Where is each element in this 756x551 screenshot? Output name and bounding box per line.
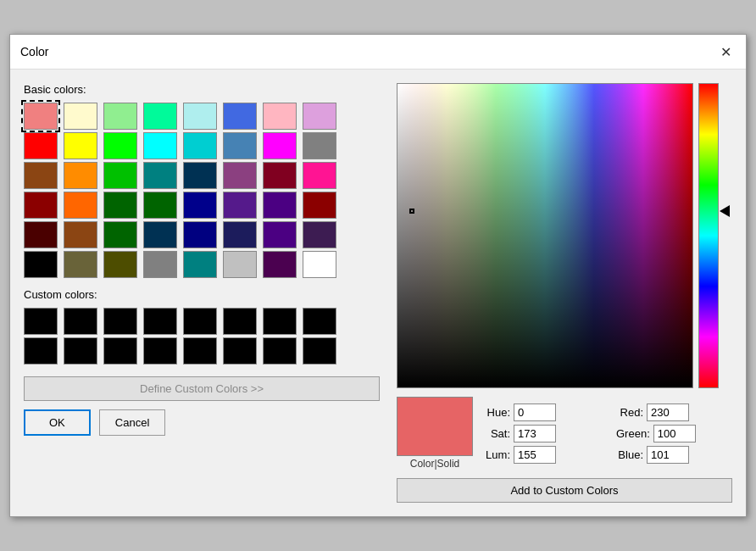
green-input[interactable] — [653, 425, 696, 442]
basic-swatch[interactable] — [64, 192, 97, 219]
bottom-buttons: OK Cancel — [24, 409, 380, 436]
custom-colors-label: Custom colors: — [24, 288, 380, 301]
lum-input[interactable] — [514, 446, 556, 464]
basic-swatch[interactable] — [143, 251, 177, 278]
lum-label: Lum: — [483, 448, 510, 461]
red-label: Red: — [616, 406, 643, 419]
hue-slider-bar — [699, 84, 718, 387]
custom-swatch[interactable] — [183, 337, 217, 365]
basic-swatch[interactable] — [223, 192, 257, 219]
basic-swatch[interactable] — [143, 192, 177, 219]
hue-label: Hue: — [483, 406, 510, 419]
custom-swatch[interactable] — [303, 337, 336, 365]
basic-swatch[interactable] — [223, 162, 257, 189]
custom-swatch[interactable] — [263, 337, 297, 365]
color-fields: Hue: Red: Sat: Green: — [483, 404, 732, 464]
basic-swatch[interactable] — [183, 221, 217, 248]
basic-swatch[interactable] — [303, 162, 336, 189]
basic-swatch[interactable] — [103, 103, 137, 130]
custom-swatch[interactable] — [143, 337, 177, 365]
basic-swatch[interactable] — [263, 103, 297, 130]
color-solid-label: Color|Solid — [410, 458, 459, 470]
basic-swatch[interactable] — [103, 221, 137, 248]
custom-swatch[interactable] — [103, 337, 137, 365]
dialog-body: Basic colors: Custom colors: Define Cust… — [10, 70, 746, 516]
basic-swatch[interactable] — [223, 103, 257, 130]
basic-swatch[interactable] — [143, 103, 177, 130]
basic-swatch[interactable] — [24, 132, 58, 159]
basic-swatch[interactable] — [303, 251, 336, 278]
basic-swatch[interactable] — [64, 251, 97, 278]
color-preview — [397, 397, 473, 456]
hue-slider-arrow — [720, 205, 730, 217]
custom-swatch[interactable] — [263, 308, 297, 335]
basic-swatch[interactable] — [103, 192, 137, 219]
basic-swatch[interactable] — [183, 132, 217, 159]
custom-swatch[interactable] — [183, 308, 217, 335]
basic-swatch[interactable] — [24, 221, 58, 248]
basic-swatch[interactable] — [303, 221, 336, 248]
green-row: Green: — [616, 425, 732, 442]
custom-swatch[interactable] — [64, 308, 97, 335]
basic-swatch[interactable] — [183, 192, 217, 219]
basic-swatch[interactable] — [223, 221, 257, 248]
basic-colors-label: Basic colors: — [24, 83, 380, 96]
custom-colors-grid — [24, 308, 380, 365]
green-label: Green: — [616, 427, 650, 440]
blue-label: Blue: — [616, 448, 643, 461]
basic-swatch[interactable] — [223, 132, 257, 159]
ok-button[interactable]: OK — [24, 409, 91, 436]
add-to-custom-button[interactable]: Add to Custom Colors — [397, 478, 732, 503]
basic-swatch[interactable] — [64, 221, 97, 248]
left-panel: Basic colors: Custom colors: Define Cust… — [24, 83, 380, 503]
custom-swatch[interactable] — [223, 337, 257, 365]
basic-swatch[interactable] — [24, 162, 58, 189]
basic-swatch[interactable] — [183, 162, 217, 189]
basic-swatch[interactable] — [143, 162, 177, 189]
close-button[interactable]: ✕ — [715, 42, 736, 62]
blue-input[interactable] — [647, 446, 689, 464]
basic-swatch[interactable] — [64, 162, 97, 189]
title-bar: Color ✕ — [10, 35, 746, 70]
basic-swatch[interactable] — [143, 132, 177, 159]
basic-swatch[interactable] — [24, 103, 58, 130]
basic-swatch[interactable] — [263, 221, 297, 248]
custom-swatch[interactable] — [303, 308, 336, 335]
basic-swatch[interactable] — [263, 132, 297, 159]
custom-swatch[interactable] — [143, 308, 177, 335]
hue-input[interactable] — [514, 404, 556, 421]
basic-swatch[interactable] — [303, 132, 336, 159]
basic-swatch[interactable] — [303, 192, 336, 219]
custom-swatch[interactable] — [103, 308, 137, 335]
sat-label: Sat: — [483, 427, 510, 440]
custom-swatch[interactable] — [24, 308, 58, 335]
basic-swatch[interactable] — [64, 103, 97, 130]
basic-swatch[interactable] — [103, 132, 137, 159]
red-input[interactable] — [647, 404, 689, 421]
basic-swatch[interactable] — [263, 162, 297, 189]
basic-swatch[interactable] — [24, 251, 58, 278]
hue-row: Hue: — [483, 404, 599, 421]
basic-swatch[interactable] — [103, 162, 137, 189]
hue-slider[interactable] — [698, 83, 719, 388]
basic-swatch[interactable] — [223, 251, 257, 278]
color-spectrum[interactable] — [397, 83, 693, 388]
basic-swatch[interactable] — [263, 251, 297, 278]
dialog-title: Color — [20, 45, 48, 58]
custom-swatch[interactable] — [24, 337, 58, 365]
lum-row: Lum: — [483, 446, 599, 464]
custom-swatch[interactable] — [64, 337, 97, 365]
basic-swatch[interactable] — [64, 132, 97, 159]
cancel-button[interactable]: Cancel — [99, 409, 165, 436]
basic-swatch[interactable] — [183, 251, 217, 278]
custom-swatch[interactable] — [223, 308, 257, 335]
basic-swatch[interactable] — [103, 251, 137, 278]
basic-swatch[interactable] — [143, 221, 177, 248]
basic-swatch[interactable] — [263, 192, 297, 219]
basic-swatch[interactable] — [183, 103, 217, 130]
sat-row: Sat: — [483, 425, 599, 442]
define-custom-button[interactable]: Define Custom Colors >> — [24, 376, 380, 401]
basic-swatch[interactable] — [303, 103, 336, 130]
basic-swatch[interactable] — [24, 192, 58, 219]
sat-input[interactable] — [514, 425, 556, 442]
